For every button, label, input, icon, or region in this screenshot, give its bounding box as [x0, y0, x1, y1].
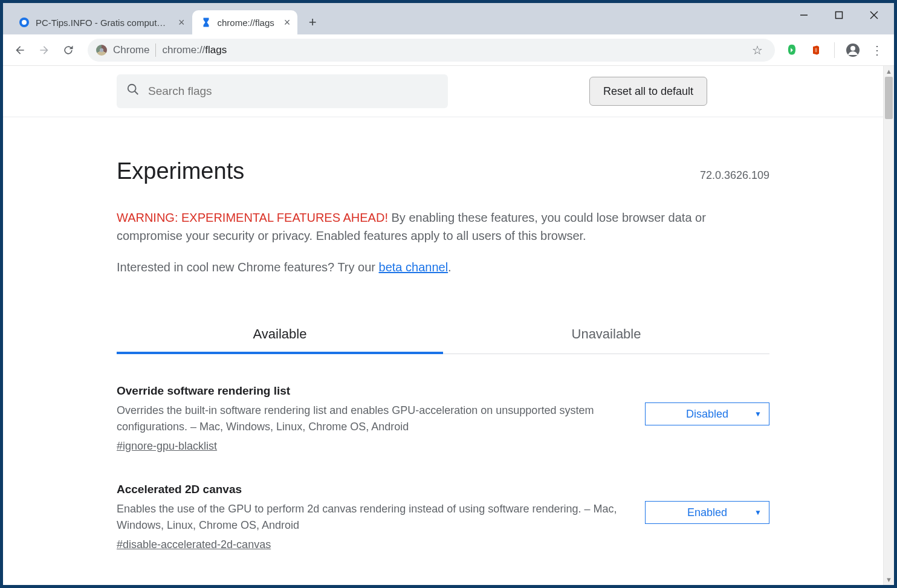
menu-button[interactable]: ⋮ [866, 43, 888, 57]
favicon-flags [201, 17, 212, 28]
scrollbar-thumb[interactable] [885, 77, 893, 119]
flag-title: Override software rendering list [117, 384, 621, 398]
flag-select-disabled[interactable]: Disabled [645, 402, 769, 425]
beta-prefix: Interested in cool new Chrome features? … [117, 260, 379, 274]
close-icon[interactable]: × [178, 17, 185, 28]
flag-anchor-link[interactable]: #ignore-gpu-blacklist [117, 440, 217, 452]
flags-page: Reset all to default Experiments 72.0.36… [3, 66, 883, 585]
close-icon[interactable]: × [284, 17, 291, 28]
address-prefix: Chrome [113, 44, 149, 56]
extension-office-icon[interactable] [809, 43, 823, 57]
tab-title: chrome://flags [218, 18, 274, 28]
reset-all-button[interactable]: Reset all to default [589, 77, 707, 106]
flag-title: Accelerated 2D canvas [117, 483, 621, 496]
forward-button[interactable] [33, 39, 55, 61]
svg-rect-3 [836, 12, 843, 19]
svg-line-9 [135, 91, 138, 95]
beta-suffix: . [448, 260, 452, 274]
flag-description: Overrides the built-in software renderin… [117, 402, 621, 435]
scrollbar[interactable]: ▲ ▼ [883, 66, 894, 585]
url-scheme: chrome:// [162, 44, 205, 56]
beta-channel-link[interactable]: beta channel [379, 260, 448, 274]
tab-available[interactable]: Available [117, 317, 443, 354]
flag-item: Accelerated 2D canvas Enables the use of… [117, 483, 769, 551]
new-tab-button[interactable]: + [302, 12, 323, 33]
browser-tab-active[interactable]: chrome://flags × [192, 10, 298, 34]
tab-unavailable[interactable]: Unavailable [443, 317, 769, 354]
page-viewport: Reset all to default Experiments 72.0.36… [3, 66, 883, 585]
browser-tab-inactive[interactable]: PC-Tips.INFO - Gratis computer t × [10, 10, 192, 34]
scroll-up-icon[interactable]: ▲ [884, 66, 894, 77]
favicon-pctips [19, 17, 30, 28]
beta-text: Interested in cool new Chrome features? … [117, 260, 769, 274]
browser-window: PC-Tips.INFO - Gratis computer t × chrom… [3, 3, 894, 585]
separator [834, 42, 835, 58]
window-controls [786, 3, 892, 27]
address-bar[interactable]: Chrome chrome://flags ☆ [88, 39, 775, 62]
tab-strip: PC-Tips.INFO - Gratis computer t × chrom… [8, 7, 323, 34]
profile-button[interactable] [846, 43, 860, 57]
flag-select-value: Enabled [687, 506, 727, 519]
flag-description: Enables the use of the GPU to perform 2d… [117, 501, 621, 534]
flag-select-value: Disabled [686, 408, 728, 421]
minimize-button[interactable] [786, 3, 821, 27]
search-input[interactable] [148, 85, 438, 98]
back-button[interactable] [9, 39, 31, 61]
url-path: flags [205, 44, 227, 56]
svg-point-8 [128, 85, 136, 92]
main-content: Experiments 72.0.3626.109 WARNING: EXPER… [3, 117, 883, 585]
bookmark-star-icon[interactable]: ☆ [748, 43, 766, 57]
close-window-button[interactable] [857, 3, 892, 27]
chrome-icon [96, 45, 107, 56]
tab-title: PC-Tips.INFO - Gratis computer t [36, 18, 169, 28]
version-label: 72.0.3626.109 [700, 169, 769, 182]
search-row: Reset all to default [3, 66, 883, 117]
svg-point-7 [850, 46, 855, 51]
reload-button[interactable] [57, 39, 79, 61]
search-icon [126, 83, 140, 100]
search-flags-box[interactable] [117, 74, 448, 108]
toolbar: Chrome chrome://flags ☆ ⋮ [3, 34, 894, 66]
flag-item: Override software rendering list Overrid… [117, 384, 769, 453]
page-title: Experiments [117, 158, 244, 184]
svg-point-1 [22, 20, 27, 25]
flag-anchor-link[interactable]: #disable-accelerated-2d-canvas [117, 538, 271, 551]
warning-prefix: WARNING: EXPERIMENTAL FEATURES AHEAD! [117, 211, 388, 224]
warning-text: WARNING: EXPERIMENTAL FEATURES AHEAD! By… [117, 208, 769, 245]
scroll-down-icon[interactable]: ▼ [884, 574, 894, 585]
content-area: Reset all to default Experiments 72.0.36… [3, 66, 894, 585]
separator [155, 44, 156, 57]
flag-select-enabled[interactable]: Enabled [645, 501, 769, 524]
address-url: chrome://flags [162, 44, 227, 56]
titlebar: PC-Tips.INFO - Gratis computer t × chrom… [3, 3, 894, 34]
flag-tabs: Available Unavailable [117, 317, 769, 354]
extension-evernote-icon[interactable] [785, 43, 799, 57]
maximize-button[interactable] [821, 3, 857, 27]
